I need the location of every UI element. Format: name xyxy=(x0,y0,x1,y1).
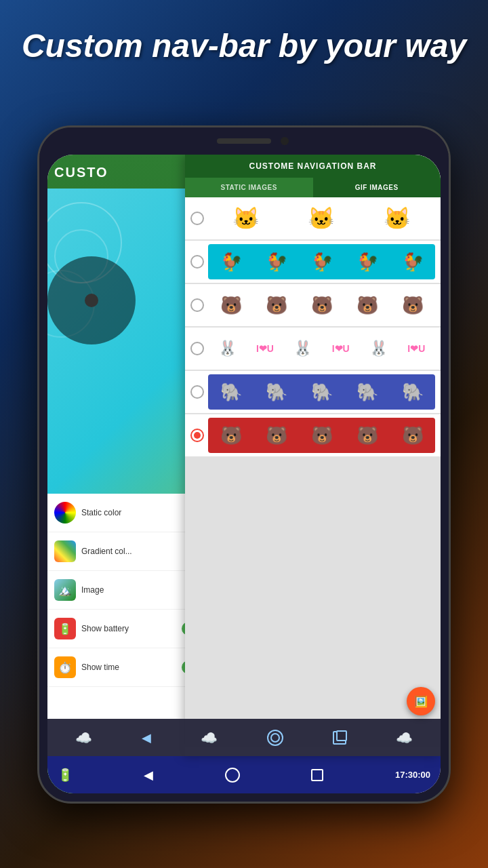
system-recent[interactable] xyxy=(311,769,323,781)
sticker-emoji: 🐘 xyxy=(220,382,242,403)
sticker-emoji: 🐻 xyxy=(402,295,424,316)
sticker-emoji: 🐘 xyxy=(357,382,378,403)
battery-icon: 🔋 xyxy=(54,618,76,639)
time-icon: ⏱️ xyxy=(54,656,76,678)
sticker-text: I❤U xyxy=(332,343,350,354)
dialog-header: CUSTOME NAVIGATION BAR xyxy=(185,155,441,178)
static-color-icon xyxy=(54,502,76,524)
sticker-list: 🐱 🐱 🐱 🐓 🐓 🐓 🐓 🐓 xyxy=(185,197,441,747)
sticker-emoji: 🐓 xyxy=(311,252,333,273)
sticker-text: I❤U xyxy=(256,343,274,354)
sticker-emoji: 🐘 xyxy=(266,382,287,403)
sticker-strip-2: 🐓 🐓 🐓 🐓 🐓 xyxy=(208,244,435,279)
sticker-emoji: 🐱 xyxy=(384,205,411,231)
sticker-emoji: 🐻 xyxy=(402,425,424,446)
sticker-strip-3: 🐻 🐻 🐻 🐻 🐻 xyxy=(208,288,435,323)
show-time-label: Show time xyxy=(81,663,182,672)
sticker-emoji: 🐘 xyxy=(311,382,333,403)
dialog-panel: CUSTOME NAVIGATION BAR STATIC IMAGES GIF… xyxy=(185,155,441,756)
nav-home-circle[interactable] xyxy=(267,730,283,746)
fab-icon: 🖼️ xyxy=(414,695,428,708)
sticker-row-3[interactable]: 🐻 🐻 🐻 🐻 🐻 xyxy=(185,284,441,326)
sticker-emoji: 🐓 xyxy=(266,252,287,273)
nav-back-icon[interactable]: ◀ xyxy=(142,730,151,745)
sticker-emoji: 🐱 xyxy=(232,205,260,231)
sticker-emoji: 🐻 xyxy=(357,295,378,316)
sticker-row-2[interactable]: 🐓 🐓 🐓 🐓 🐓 xyxy=(185,241,441,283)
sticker-emoji: 🐰 xyxy=(369,340,388,357)
sticker-row-5[interactable]: 🐘 🐘 🐘 🐘 🐘 xyxy=(185,371,441,413)
sticker-strip-6: 🐻 🐻 🐻 🐻 🐻 xyxy=(208,418,435,453)
sticker-emoji: 🐻 xyxy=(311,425,333,446)
nav-cloud-center: ☁️ xyxy=(201,730,218,746)
radio-2[interactable] xyxy=(190,255,204,269)
show-battery-label: Show battery xyxy=(81,624,182,633)
system-back[interactable]: ◀ xyxy=(144,768,153,783)
radio-1[interactable] xyxy=(190,212,204,225)
system-home[interactable] xyxy=(225,768,240,783)
system-time: 17:30:00 xyxy=(395,770,430,780)
nav-bar: ☁️ ◀ ☁️ ☁️ xyxy=(47,719,441,756)
fab-button[interactable]: 🖼️ xyxy=(407,687,435,715)
phone-speaker xyxy=(217,138,271,144)
radio-3[interactable] xyxy=(190,298,204,312)
nav-recent-square[interactable] xyxy=(333,731,346,745)
dialog-tabs: STATIC IMAGES GIF IMAGES xyxy=(185,178,441,197)
sticker-emoji: 🐘 xyxy=(402,382,424,403)
system-bar: 🔋 ◀ 17:30:00 xyxy=(47,756,441,793)
sticker-emoji: 🐰 xyxy=(218,340,237,357)
sticker-text: I❤U xyxy=(407,343,425,354)
radio-4[interactable] xyxy=(190,342,204,355)
sticker-emoji: 🐓 xyxy=(220,252,242,273)
sticker-row-1[interactable]: 🐱 🐱 🐱 xyxy=(185,197,441,239)
sticker-emoji: 🐰 xyxy=(293,340,312,357)
phone-camera xyxy=(281,137,289,145)
sticker-emoji: 🐻 xyxy=(220,425,242,446)
system-battery-icon: 🔋 xyxy=(58,768,73,783)
sticker-row-6[interactable]: 🐻 🐻 🐻 🐻 🐻 xyxy=(185,414,441,456)
static-color-label: Static color xyxy=(81,508,121,517)
nav-cloud-right: ☁️ xyxy=(396,730,413,746)
phone-frame: CUSTO St xyxy=(37,125,451,804)
sticker-emoji: 🐻 xyxy=(266,295,287,316)
tab-gif-images[interactable]: GIF IMAGES xyxy=(313,178,441,197)
gradient-color-icon xyxy=(54,540,76,562)
sticker-emoji: 🐻 xyxy=(220,295,242,316)
sticker-emoji: 🐓 xyxy=(402,252,424,273)
image-icon: 🏔️ xyxy=(54,579,76,601)
sticker-emoji: 🐱 xyxy=(308,205,335,231)
image-label: Image xyxy=(81,585,104,595)
nav-cloud-left: ☁️ xyxy=(75,730,92,746)
sticker-row-4[interactable]: 🐰 I❤U 🐰 I❤U 🐰 I❤U xyxy=(185,328,441,370)
sticker-emoji: 🐻 xyxy=(311,295,333,316)
sticker-emoji: 🐻 xyxy=(266,425,287,446)
sticker-strip-1: 🐱 🐱 🐱 xyxy=(208,201,435,236)
header-title: Custom nav-bar by your way xyxy=(0,27,488,64)
sticker-strip-4: 🐰 I❤U 🐰 I❤U 🐰 I❤U xyxy=(208,331,435,366)
sticker-strip-5: 🐘 🐘 🐘 🐘 🐘 xyxy=(208,374,435,410)
radio-5[interactable] xyxy=(190,385,204,399)
radio-6-selected[interactable] xyxy=(190,429,204,442)
gradient-color-label: Gradient col... xyxy=(81,547,132,556)
tab-static-images[interactable]: STATIC IMAGES xyxy=(185,178,313,197)
sticker-emoji: 🐻 xyxy=(357,425,378,446)
sticker-emoji: 🐓 xyxy=(357,252,378,273)
